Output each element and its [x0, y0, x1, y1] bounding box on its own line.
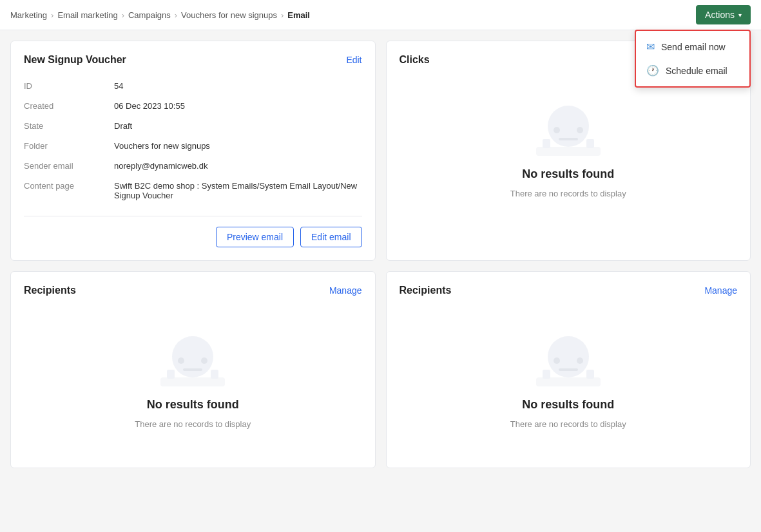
svg-rect-6: [586, 139, 594, 148]
field-label-content: Content page: [24, 176, 114, 205]
actions-dropdown: ✉ Send email now 🕐 Schedule email: [635, 30, 751, 88]
recipients-right-card: Recipients Manage No results found There…: [386, 271, 751, 468]
actions-wrapper: Actions ▾ ✉ Send email now 🕐 Schedule em…: [696, 5, 751, 24]
email-card: New Signup Voucher Edit ID 54 Created 06…: [10, 41, 376, 261]
field-value-folder: Vouchers for new signups: [114, 136, 362, 156]
email-button-group: Preview email Edit email: [24, 227, 362, 247]
svg-rect-4: [536, 147, 601, 156]
chevron-down-icon: ▾: [738, 12, 742, 19]
field-value-sender: noreply@dynamicweb.dk: [114, 156, 362, 176]
email-card-title: New Signup Voucher: [24, 54, 126, 66]
actions-label: Actions: [705, 10, 735, 20]
empty-icon-left: [154, 332, 231, 390]
preview-email-button[interactable]: Preview email: [216, 227, 294, 247]
recipients-right-no-results-sub: There are no records to display: [510, 419, 626, 429]
svg-rect-12: [167, 370, 175, 379]
table-row: ID 54: [24, 76, 362, 96]
clicks-card-title: Clicks: [400, 54, 430, 66]
svg-point-8: [178, 357, 184, 364]
svg-rect-11: [160, 377, 225, 386]
svg-rect-20: [586, 370, 594, 379]
empty-icon: [530, 102, 607, 160]
send-email-now-item[interactable]: ✉ Send email now: [636, 35, 749, 59]
breadcrumb-marketing[interactable]: Marketing: [10, 10, 47, 20]
field-label-sender: Sender email: [24, 156, 114, 176]
recipients-left-card: Recipients Manage No results found There…: [10, 271, 376, 468]
svg-rect-3: [559, 138, 578, 140]
table-row: Sender email noreply@dynamicweb.dk: [24, 156, 362, 176]
clicks-empty-state: No results found There are no records to…: [400, 76, 738, 224]
svg-rect-13: [211, 370, 218, 379]
field-label-id: ID: [24, 76, 114, 96]
svg-point-9: [201, 357, 207, 364]
svg-point-7: [172, 336, 213, 377]
field-value-content: Swift B2C demo shop : System Emails/Syst…: [114, 176, 362, 205]
table-row: State Draft: [24, 116, 362, 136]
recipients-left-header: Recipients Manage: [24, 285, 362, 296]
recipients-left-no-results-sub: There are no records to display: [135, 419, 251, 429]
recipients-right-manage-link[interactable]: Manage: [704, 285, 737, 296]
recipients-left-no-results: No results found: [147, 398, 239, 412]
recipients-right-header: Recipients Manage: [400, 285, 738, 296]
sep4: ›: [281, 10, 284, 20]
clicks-no-results-title: No results found: [522, 167, 614, 181]
svg-rect-17: [559, 368, 578, 371]
table-row: Created 06 Dec 2023 10:55: [24, 96, 362, 116]
actions-button[interactable]: Actions ▾: [696, 5, 751, 24]
field-value-state: Draft: [114, 116, 362, 136]
breadcrumb-current: Email: [287, 10, 310, 20]
recipients-right-empty: No results found There are no records to…: [400, 307, 738, 455]
svg-rect-19: [543, 370, 550, 379]
sep1: ›: [51, 10, 53, 20]
field-value-id: 54: [114, 76, 362, 96]
svg-point-14: [548, 336, 589, 377]
breadcrumb-campaigns[interactable]: Campaigns: [128, 10, 171, 20]
svg-point-15: [554, 357, 560, 364]
email-info-table: ID 54 Created 06 Dec 2023 10:55 State Dr…: [24, 76, 362, 205]
field-value-created: 06 Dec 2023 10:55: [114, 96, 362, 116]
main-content: New Signup Voucher Edit ID 54 Created 06…: [0, 30, 761, 479]
send-icon: ✉: [646, 41, 655, 53]
send-email-label: Send email now: [661, 42, 726, 52]
edit-email-button[interactable]: Edit email: [300, 227, 361, 247]
svg-rect-10: [183, 368, 202, 371]
schedule-email-label: Schedule email: [666, 66, 727, 76]
schedule-email-item[interactable]: 🕐 Schedule email: [636, 59, 749, 82]
recipients-right-no-results: No results found: [522, 398, 614, 412]
edit-link[interactable]: Edit: [346, 55, 361, 65]
sep2: ›: [122, 10, 124, 20]
field-label-created: Created: [24, 96, 114, 116]
field-label-state: State: [24, 116, 114, 136]
svg-rect-5: [543, 139, 550, 148]
header: Marketing › Email marketing › Campaigns …: [0, 0, 761, 30]
empty-icon-right: [530, 332, 607, 390]
card-divider: [24, 216, 362, 216]
table-row: Content page Swift B2C demo shop : Syste…: [24, 176, 362, 205]
svg-point-0: [548, 106, 589, 147]
breadcrumb-email-marketing[interactable]: Email marketing: [57, 10, 117, 20]
table-row: Folder Vouchers for new signups: [24, 136, 362, 156]
breadcrumb-vouchers[interactable]: Vouchers for new signups: [181, 10, 277, 20]
svg-point-1: [554, 127, 560, 133]
email-card-header: New Signup Voucher Edit: [24, 54, 362, 66]
sep3: ›: [175, 10, 177, 20]
clicks-no-results-sub: There are no records to display: [510, 189, 626, 198]
svg-point-16: [577, 357, 583, 364]
recipients-left-manage-link[interactable]: Manage: [329, 285, 362, 296]
breadcrumb: Marketing › Email marketing › Campaigns …: [10, 10, 310, 20]
svg-rect-18: [536, 377, 601, 386]
field-label-folder: Folder: [24, 136, 114, 156]
recipients-left-empty: No results found There are no records to…: [24, 307, 362, 455]
recipients-left-title: Recipients: [24, 285, 76, 296]
clock-icon: 🕐: [646, 64, 659, 77]
svg-point-2: [577, 127, 583, 133]
recipients-right-title: Recipients: [400, 285, 452, 296]
